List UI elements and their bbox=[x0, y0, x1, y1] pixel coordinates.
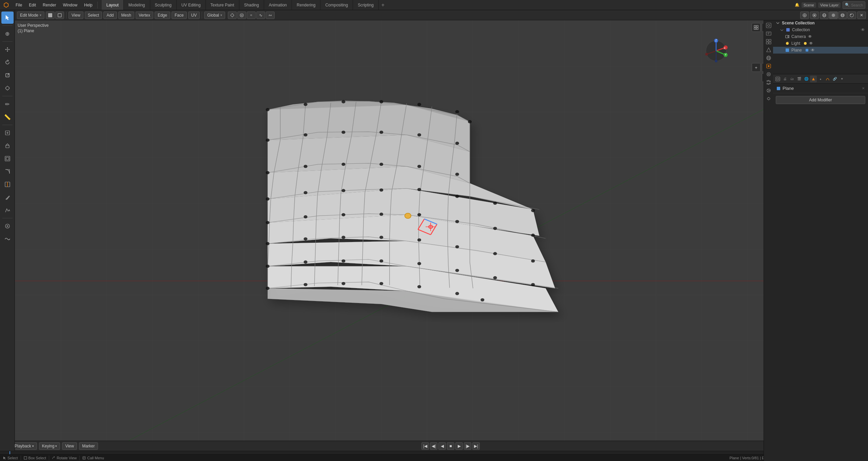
play-reverse-btn[interactable]: ◀ bbox=[438, 442, 446, 450]
xray-toggle[interactable]: ✕ bbox=[857, 12, 866, 19]
tool-measure[interactable]: 📏 bbox=[1, 111, 14, 123]
prop-constraints[interactable] bbox=[765, 95, 772, 102]
jump-start-btn[interactable]: |◀ bbox=[421, 442, 429, 450]
sc-item-eye-collection[interactable]: 👁 bbox=[861, 27, 865, 32]
add-menu[interactable]: Add bbox=[103, 12, 117, 19]
prop-physics[interactable] bbox=[765, 87, 772, 94]
menu-file[interactable]: File bbox=[12, 0, 25, 10]
tab-shading[interactable]: Shading bbox=[239, 0, 264, 10]
prop-output-btn[interactable]: 🖨 bbox=[782, 76, 788, 82]
zoom-in-btn[interactable]: + bbox=[752, 63, 761, 72]
sc-item-collection[interactable]: Collection 👁 bbox=[773, 26, 868, 33]
tab-compositing[interactable]: Compositing bbox=[320, 0, 353, 10]
play-btn[interactable]: ▶ bbox=[455, 442, 463, 450]
tool-move[interactable] bbox=[1, 43, 14, 56]
tool-polypen[interactable] bbox=[1, 204, 14, 216]
tool-smooth[interactable] bbox=[1, 233, 14, 245]
tool-knife[interactable] bbox=[1, 191, 14, 203]
prop-world[interactable] bbox=[765, 54, 772, 62]
wireframe-btn[interactable] bbox=[820, 12, 829, 19]
sc-item-eye-light[interactable]: 👁 bbox=[809, 41, 813, 46]
menu-render[interactable]: Render bbox=[39, 0, 59, 10]
edit-mode-dropdown[interactable]: Edit Mode ▾ bbox=[17, 12, 44, 19]
tool-rotate[interactable] bbox=[1, 56, 14, 68]
search-box[interactable]: 🔍 Search bbox=[843, 1, 865, 9]
viewport[interactable]: User Perspective (1) Plane bbox=[15, 20, 773, 441]
prop-particle-btn[interactable]: ✦ bbox=[839, 76, 845, 82]
view-layer-selector[interactable]: View Layer bbox=[818, 2, 841, 8]
keying-menu[interactable]: Keying ▾ bbox=[39, 442, 60, 450]
vertex-menu[interactable]: Vertex bbox=[136, 12, 153, 19]
scene-selector[interactable]: Scene bbox=[802, 2, 816, 8]
proportional-mode-icon[interactable]: ≈ bbox=[247, 12, 256, 19]
prop-particles[interactable] bbox=[765, 79, 772, 86]
sc-item-camera[interactable]: Camera 👁 bbox=[773, 33, 868, 40]
face-menu[interactable]: Face bbox=[172, 12, 187, 19]
prop-scene[interactable] bbox=[765, 46, 772, 54]
prop-view-layer[interactable] bbox=[765, 38, 772, 45]
menu-window[interactable]: Window bbox=[59, 0, 81, 10]
prop-object-data-btn[interactable] bbox=[810, 76, 817, 82]
prop-physics2-btn[interactable] bbox=[824, 76, 831, 82]
close-panel-btn[interactable]: ✕ bbox=[862, 86, 865, 90]
viewport-grid-btn[interactable] bbox=[752, 23, 761, 32]
header-icon-4[interactable]: ∿ bbox=[256, 12, 265, 19]
tool-scale[interactable] bbox=[1, 69, 14, 81]
tool-loopcut[interactable] bbox=[1, 178, 14, 191]
mesh-menu[interactable]: Mesh bbox=[118, 12, 134, 19]
tool-extrude[interactable] bbox=[1, 140, 14, 152]
marker-menu[interactable]: Marker bbox=[79, 442, 98, 450]
view-menu[interactable]: View bbox=[68, 12, 83, 19]
add-modifier-button[interactable]: Add Modifier bbox=[776, 96, 865, 104]
tab-uv-editing[interactable]: UV Editing bbox=[177, 0, 206, 10]
tab-texture-paint[interactable]: Texture Paint bbox=[206, 0, 239, 10]
sc-item-eye-camera[interactable]: 👁 bbox=[808, 34, 812, 39]
view-menu-timeline[interactable]: View bbox=[62, 442, 77, 450]
rendered-btn[interactable] bbox=[847, 12, 856, 19]
stop-btn[interactable]: ■ bbox=[447, 442, 454, 450]
tab-scripting[interactable]: Scripting bbox=[353, 0, 379, 10]
edge-menu[interactable]: Edge bbox=[155, 12, 170, 19]
tab-layout[interactable]: Layout bbox=[102, 0, 124, 10]
prop-scene-btn[interactable]: 🎬 bbox=[796, 76, 803, 82]
tool-shrink[interactable] bbox=[1, 220, 14, 232]
tool-inset[interactable] bbox=[1, 153, 14, 165]
tool-add[interactable] bbox=[1, 127, 14, 139]
prop-render[interactable] bbox=[765, 22, 772, 29]
tab-sculpting[interactable]: Sculpting bbox=[150, 0, 177, 10]
header-icon-5[interactable]: ∾ bbox=[266, 12, 275, 19]
tool-select[interactable] bbox=[1, 12, 14, 24]
menu-help[interactable]: Help bbox=[81, 0, 96, 10]
tool-annotate[interactable]: ✏ bbox=[1, 98, 14, 110]
snap-icon[interactable] bbox=[228, 12, 237, 19]
prev-keyframe-btn[interactable]: ◀| bbox=[430, 442, 437, 450]
prop-view-layer-btn[interactable]: 🗂 bbox=[789, 76, 795, 82]
mode-icon-2[interactable] bbox=[55, 12, 64, 19]
sc-item-eye-plane[interactable]: 👁 bbox=[811, 48, 815, 53]
material-preview-btn[interactable] bbox=[838, 12, 847, 19]
prop-render-btn[interactable] bbox=[774, 76, 781, 82]
tool-transform[interactable] bbox=[1, 82, 14, 94]
prop-output[interactable] bbox=[765, 30, 772, 37]
tab-modeling[interactable]: Modeling bbox=[124, 0, 150, 10]
prop-constraint-btn[interactable]: 🔗 bbox=[831, 76, 838, 82]
solid-btn[interactable] bbox=[829, 12, 838, 19]
prop-modifiers[interactable] bbox=[765, 71, 772, 78]
sc-item-plane[interactable]: Plane 👁 bbox=[773, 47, 868, 54]
viewport-overlays-btn[interactable] bbox=[810, 12, 819, 19]
tool-cursor[interactable]: ⊕ bbox=[1, 27, 14, 40]
next-keyframe-btn[interactable]: |▶ bbox=[464, 442, 471, 450]
tool-bevel[interactable] bbox=[1, 165, 14, 178]
tab-rendering[interactable]: Rendering bbox=[292, 0, 320, 10]
prop-object[interactable] bbox=[765, 62, 772, 70]
uv-menu[interactable]: UV bbox=[188, 12, 200, 19]
proportional-icon[interactable] bbox=[237, 12, 246, 19]
add-workspace-button[interactable]: + bbox=[379, 0, 387, 10]
prop-world-btn[interactable]: 🌐 bbox=[803, 76, 810, 82]
transform-space-dropdown[interactable]: Global ▾ bbox=[204, 12, 225, 19]
jump-end-btn[interactable]: ▶| bbox=[472, 442, 480, 450]
tab-animation[interactable]: Animation bbox=[264, 0, 292, 10]
mode-icon-1[interactable] bbox=[46, 12, 55, 19]
menu-edit[interactable]: Edit bbox=[25, 0, 39, 10]
select-menu[interactable]: Select bbox=[85, 12, 102, 19]
